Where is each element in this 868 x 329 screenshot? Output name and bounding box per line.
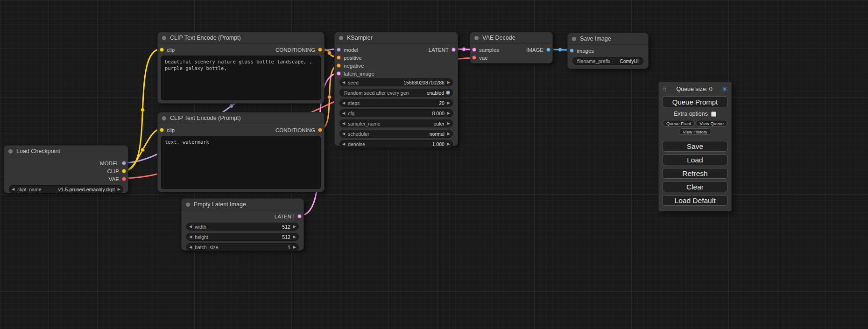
widget-filename-prefix[interactable]: filename_prefix ComfyUI [572, 57, 643, 65]
view-history-button[interactable]: View History [679, 128, 711, 135]
output-slot-latent[interactable]: LATENT [275, 214, 302, 219]
output-slot-vae[interactable]: VAE [109, 176, 126, 182]
increment-arrow-icon[interactable]: ▶ [447, 142, 450, 146]
node-vae-decode[interactable]: VAE Decode samples IMAGE vae [470, 32, 553, 63]
node-collapse-dot-icon[interactable] [474, 36, 479, 40]
output-dot-image[interactable] [546, 48, 550, 52]
widget-height[interactable]: ◀ height 512 ▶ [186, 233, 299, 241]
increment-arrow-icon[interactable]: ▶ [293, 235, 296, 239]
save-button[interactable]: Save [663, 141, 727, 152]
node-title-bar[interactable]: Save Image [568, 33, 648, 45]
graph-canvas[interactable]: { "colors": { "MODEL": "#B39DDB", "CLIP"… [0, 0, 868, 329]
increment-arrow-icon[interactable]: ▶ [447, 101, 450, 105]
output-dot-latent[interactable] [297, 214, 302, 218]
decrement-arrow-icon[interactable]: ◀ [342, 122, 345, 126]
output-dot-vae[interactable] [122, 177, 126, 181]
node-load-checkpoint[interactable]: Load Checkpoint MODEL CLIP VAE ◀ ckpt_na… [4, 145, 128, 193]
widget-seed[interactable]: ◀ seed 156680208700286 ▶ [339, 78, 453, 86]
input-slot-model[interactable]: model [337, 47, 358, 53]
queue-front-button[interactable]: Queue Front [663, 120, 695, 126]
output-slot-conditioning[interactable]: CONDITIONING [275, 47, 322, 53]
settings-gear-icon[interactable]: ✳ [722, 86, 727, 92]
prompt-textarea[interactable]: text, watermark [161, 136, 321, 189]
node-title-bar[interactable]: VAE Decode [470, 32, 552, 44]
decrement-arrow-icon[interactable]: ◀ [189, 235, 192, 239]
node-title-bar[interactable]: Empty Latent Image [182, 199, 303, 210]
refresh-button[interactable]: Refresh [663, 168, 727, 179]
input-dot-samples[interactable] [472, 48, 476, 52]
input-dot-negative[interactable] [337, 63, 341, 68]
node-collapse-dot-icon[interactable] [572, 37, 576, 41]
input-dot-images[interactable] [570, 49, 574, 53]
node-clip-text-encode-negative[interactable]: CLIP Text Encode (Prompt) clip CONDITION… [157, 112, 325, 192]
node-clip-text-encode-positive[interactable]: CLIP Text Encode (Prompt) clip CONDITION… [157, 32, 325, 104]
input-slot-vae[interactable]: vae [472, 55, 488, 61]
widget-batch-size[interactable]: ◀ batch_size 1 ▶ [186, 243, 299, 251]
decrement-arrow-icon[interactable]: ◀ [189, 225, 192, 229]
load-default-button[interactable]: Load Default [663, 195, 727, 206]
extra-options-checkbox[interactable] [711, 112, 716, 117]
output-dot-latent[interactable] [452, 48, 456, 52]
decrement-arrow-icon[interactable]: ◀ [342, 132, 345, 136]
queue-prompt-button[interactable]: Queue Prompt [663, 96, 727, 107]
output-dot-conditioning[interactable] [318, 128, 322, 132]
widget-scheduler[interactable]: ◀ scheduler normal ▶ [339, 130, 453, 138]
input-slot-negative[interactable]: negative [337, 63, 364, 69]
input-slot-images[interactable]: images [570, 48, 594, 54]
node-collapse-dot-icon[interactable] [186, 203, 190, 207]
node-collapse-dot-icon[interactable] [339, 36, 343, 40]
output-slot-image[interactable]: IMAGE [526, 47, 550, 53]
input-dot-vae[interactable] [472, 56, 476, 60]
load-button[interactable]: Load [663, 154, 727, 165]
output-slot-conditioning[interactable]: CONDITIONING [275, 127, 322, 133]
clear-button[interactable]: Clear [663, 182, 727, 192]
node-empty-latent-image[interactable]: Empty Latent Image LATENT ◀ width 512 ▶ … [181, 198, 304, 251]
node-title-bar[interactable]: CLIP Text Encode (Prompt) [158, 112, 324, 124]
decrement-arrow-icon[interactable]: ◀ [342, 81, 345, 84]
output-slot-model[interactable]: MODEL [100, 161, 126, 166]
input-dot-model[interactable] [337, 48, 341, 52]
widget-cfg[interactable]: ◀ cfg 8.000 ▶ [339, 109, 453, 117]
node-title-bar[interactable]: Load Checkpoint [4, 146, 128, 157]
widget-random-seed-toggle[interactable]: Random seed after every gen enabled [339, 89, 453, 97]
node-collapse-dot-icon[interactable] [8, 149, 13, 154]
decrement-arrow-icon[interactable]: ◀ [342, 112, 345, 115]
widget-steps[interactable]: ◀ steps 20 ▶ [339, 99, 453, 107]
node-title-bar[interactable]: KSampler [335, 32, 458, 44]
increment-arrow-icon[interactable]: ▶ [293, 225, 296, 229]
output-slot-clip[interactable]: CLIP [107, 168, 126, 174]
output-dot-clip[interactable] [122, 169, 126, 173]
view-queue-button[interactable]: View Queue [696, 120, 727, 126]
increment-arrow-icon[interactable]: ▶ [447, 122, 450, 126]
toggle-knob-icon[interactable] [446, 91, 450, 95]
widget-width[interactable]: ◀ width 512 ▶ [186, 223, 299, 231]
input-slot-clip[interactable]: clip [160, 127, 175, 133]
input-dot-clip[interactable] [160, 128, 164, 132]
input-slot-positive[interactable]: positive [337, 55, 362, 61]
widget-ckpt-name[interactable]: ◀ ckpt_name v1-5-pruned-emaonly.ckpt ▶ [9, 185, 123, 193]
widget-sampler-name[interactable]: ◀ sampler_name euler ▶ [339, 119, 453, 127]
input-dot-positive[interactable] [337, 56, 341, 60]
node-collapse-dot-icon[interactable] [162, 36, 166, 40]
drag-handle-icon[interactable]: ⠿ [663, 86, 667, 92]
node-title-bar[interactable]: CLIP Text Encode (Prompt) [158, 32, 324, 44]
node-collapse-dot-icon[interactable] [162, 116, 166, 120]
decrement-arrow-icon[interactable]: ◀ [189, 245, 192, 249]
output-slot-latent[interactable]: LATENT [429, 47, 456, 53]
increment-arrow-icon[interactable]: ▶ [447, 81, 450, 84]
input-slot-clip[interactable]: clip [160, 47, 175, 53]
output-dot-conditioning[interactable] [318, 48, 322, 52]
prompt-textarea[interactable]: beautiful scenery nature glass bottle la… [161, 56, 321, 100]
input-dot-clip[interactable] [160, 48, 164, 52]
increment-arrow-icon[interactable]: ▶ [118, 188, 120, 191]
widget-denoise[interactable]: ◀ denoise 1.000 ▶ [339, 140, 453, 148]
increment-arrow-icon[interactable]: ▶ [293, 245, 296, 249]
increment-arrow-icon[interactable]: ▶ [447, 112, 450, 115]
input-slot-latent-image[interactable]: latent_image [337, 71, 374, 77]
decrement-arrow-icon[interactable]: ◀ [342, 101, 345, 105]
input-dot-latent-image[interactable] [337, 71, 341, 76]
decrement-arrow-icon[interactable]: ◀ [12, 188, 14, 191]
node-save-image[interactable]: Save Image images filename_prefix ComfyU… [567, 33, 649, 69]
input-slot-samples[interactable]: samples [472, 47, 499, 53]
decrement-arrow-icon[interactable]: ◀ [342, 142, 345, 146]
